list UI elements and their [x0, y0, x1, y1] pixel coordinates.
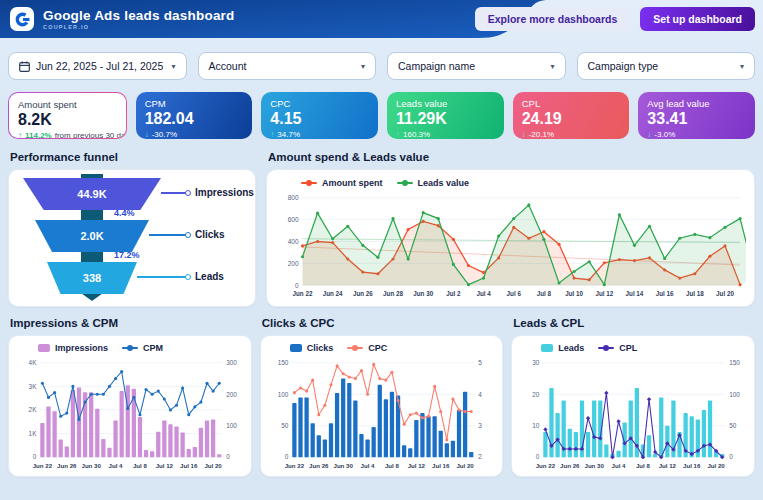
svg-text:600: 600	[288, 216, 299, 223]
legend-item-amount-spent[interactable]: Amount spent	[301, 178, 383, 188]
legend-line-swatch	[301, 182, 317, 184]
svg-text:50: 50	[281, 422, 289, 429]
svg-text:Jul 8: Jul 8	[537, 290, 552, 297]
app-header: Google Ads leads dashboard COUPLER.IO Ex…	[0, 0, 763, 38]
kpi-label: CPC	[270, 98, 369, 109]
legend-label: Leads value	[418, 178, 470, 188]
svg-text:0: 0	[729, 453, 733, 460]
leads-legend: Leads CPL	[519, 341, 747, 355]
svg-text:150: 150	[729, 359, 740, 366]
svg-text:Jul 16: Jul 16	[432, 462, 450, 469]
svg-text:Jul 12: Jul 12	[659, 462, 677, 469]
legend-item-cpl[interactable]: CPL	[598, 343, 637, 353]
svg-text:Jun 30: Jun 30	[585, 462, 605, 469]
svg-text:10: 10	[533, 422, 541, 429]
svg-text:100: 100	[226, 422, 237, 429]
campaign-name-filter-label: Campaign name	[398, 60, 475, 72]
kpi-delta-value: -3.0%	[654, 130, 675, 139]
campaign-name-filter[interactable]: Campaign name ▾	[387, 52, 566, 80]
legend-label: Impressions	[55, 343, 108, 353]
setup-dashboard-button[interactable]: Set up dashboard	[640, 7, 755, 31]
svg-text:Jul 8: Jul 8	[385, 462, 400, 469]
page-title: Google Ads leads dashboard	[43, 8, 234, 23]
arrow-up-icon: ↑	[396, 130, 400, 139]
clicks-cpc-chart[interactable]: 0501001502345Jun 22Jun 26Jun 30Jul 4Jul …	[268, 355, 496, 472]
kpi-delta: ↓ -3.0%	[647, 130, 746, 139]
svg-text:Jul 12: Jul 12	[156, 462, 174, 469]
amount-leads-chart-panel: Amount spent Leads value 0200400600800Ju…	[266, 169, 755, 307]
clicks-legend: Clicks CPC	[268, 341, 496, 355]
date-range-filter[interactable]: Jun 22, 2025 - Jul 21, 2025 ▾	[8, 52, 187, 80]
funnel-label-leads: Leads	[195, 271, 224, 282]
svg-text:4: 4	[478, 391, 482, 398]
kpi-value: 24.19	[522, 110, 621, 128]
legend-item-leads-value[interactable]: Leads value	[397, 178, 470, 188]
kpi-label: CPM	[145, 98, 244, 109]
amount-leads-line-chart[interactable]: 0200400600800Jun 22Jun 24Jun 26Jun 28Jun…	[275, 190, 746, 300]
svg-text:Jul 14: Jul 14	[626, 290, 644, 297]
legend-item-impressions[interactable]: Impressions	[38, 343, 108, 353]
legend-item-cpc[interactable]: CPC	[347, 343, 387, 353]
svg-text:Jul 12: Jul 12	[407, 462, 425, 469]
svg-text:5: 5	[478, 359, 482, 366]
funnel-conversion-rate: 17.2%	[114, 250, 140, 260]
funnel-stage-value: 338	[83, 272, 101, 284]
kpi-value: 182.04	[145, 110, 244, 128]
svg-text:0: 0	[285, 453, 289, 460]
funnel-label-clicks: Clicks	[195, 229, 224, 240]
kpi-card-cpm: CPM 182.04 ↓ -30.7%	[136, 92, 253, 139]
kpi-card-cpl: CPL 24.19 ↓ -20.1%	[513, 92, 630, 139]
funnel-stage-value: 2.0K	[80, 230, 103, 242]
impressions-legend: Impressions CPM	[16, 341, 244, 355]
chevron-down-icon: ▾	[361, 62, 365, 71]
svg-text:Jun 30: Jun 30	[81, 462, 101, 469]
kpi-row: Amount spent 8.2K ↑ 114.2% from previous…	[8, 92, 755, 139]
svg-text:0: 0	[295, 282, 299, 289]
kpi-delta: ↑ 34.7%	[270, 130, 369, 139]
brand-subtitle: COUPLER.IO	[43, 24, 234, 30]
kpi-card-cpc: CPC 4.15 ↑ 34.7%	[261, 92, 378, 139]
legend-label: CPL	[619, 343, 637, 353]
campaign-type-filter[interactable]: Campaign type ▾	[577, 52, 756, 80]
kpi-delta-value: -30.7%	[152, 130, 177, 139]
calendar-icon	[19, 61, 30, 72]
clicks-section-title: Clicks & CPC	[262, 317, 504, 329]
svg-text:Jun 26: Jun 26	[57, 462, 77, 469]
svg-text:Jun 22: Jun 22	[284, 462, 304, 469]
funnel-chart: 44.9K 2.0K 338 Impressions Clicks Leads …	[9, 170, 255, 306]
svg-text:200: 200	[288, 260, 299, 267]
legend-item-leads[interactable]: Leads	[541, 343, 584, 353]
svg-text:Jul 8: Jul 8	[133, 462, 148, 469]
kpi-card-avg-lead-value: Avg lead value 33.41 ↓ -3.0%	[638, 92, 755, 139]
performance-funnel-panel: 44.9K 2.0K 338 Impressions Clicks Leads …	[8, 169, 256, 307]
chevron-down-icon: ▾	[550, 62, 554, 71]
legend-bar-swatch	[38, 344, 50, 352]
explore-dashboards-button[interactable]: Explore more dashboards	[475, 7, 631, 31]
impressions-cpm-chart[interactable]: 01K2K3K4K0100200300Jun 22Jun 26Jun 30Jul…	[16, 355, 244, 472]
svg-text:Jun 26: Jun 26	[309, 462, 329, 469]
account-filter[interactable]: Account ▾	[198, 52, 377, 80]
svg-text:Jul 4: Jul 4	[360, 462, 375, 469]
legend-label: Amount spent	[322, 178, 383, 188]
funnel-stage-value: 44.9K	[77, 188, 106, 200]
svg-text:400: 400	[288, 238, 299, 245]
legend-line-swatch	[347, 347, 363, 349]
filter-bar: Jun 22, 2025 - Jul 21, 2025 ▾ Account ▾ …	[8, 52, 755, 80]
impressions-section-title: Impressions & CPM	[10, 317, 252, 329]
kpi-label: CPL	[522, 98, 621, 109]
leads-cpl-chart[interactable]: 0102030050100150Jun 22Jun 26Jun 30Jul 4J…	[519, 355, 747, 472]
funnel-connector	[137, 276, 187, 278]
svg-text:Jul 10: Jul 10	[565, 290, 583, 297]
svg-text:1K: 1K	[29, 430, 38, 437]
kpi-value: 4.15	[270, 110, 369, 128]
svg-text:30: 30	[533, 359, 541, 366]
legend-item-clicks[interactable]: Clicks	[290, 343, 334, 353]
svg-text:Jun 28: Jun 28	[383, 290, 403, 297]
svg-text:Jul 4: Jul 4	[612, 462, 627, 469]
kpi-delta-suffix: from previous 30 days	[55, 131, 127, 139]
kpi-delta: ↑ 114.2% from previous 30 days	[18, 131, 117, 139]
svg-text:Jun 22: Jun 22	[536, 462, 556, 469]
arrow-down-icon: ↓	[522, 130, 526, 139]
svg-text:3K: 3K	[29, 383, 38, 390]
legend-item-cpm[interactable]: CPM	[122, 343, 163, 353]
